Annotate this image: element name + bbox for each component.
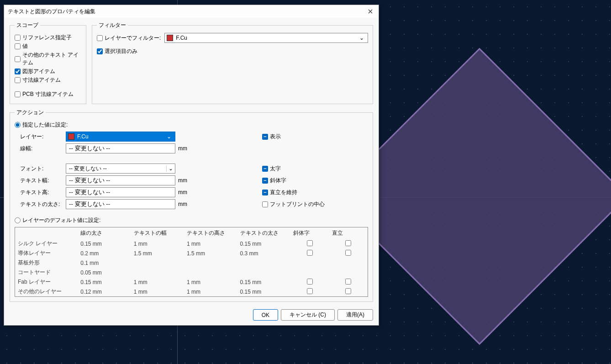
scope-legend: スコープ bbox=[15, 21, 40, 29]
visible-tristate[interactable] bbox=[262, 134, 268, 140]
layer-combo[interactable]: F.Cu ⌄ bbox=[66, 132, 175, 142]
visible-label[interactable]: 表示 bbox=[270, 133, 281, 141]
italic-label[interactable]: 斜体字 bbox=[270, 177, 286, 185]
table-cell: その他のレイヤー bbox=[15, 287, 78, 297]
layer-filter-checkbox[interactable] bbox=[97, 35, 103, 41]
table-row: Fab レイヤー0.15 mm1 mm1 mm0.15 mm bbox=[15, 277, 368, 287]
linewidth-label: 線幅: bbox=[20, 145, 66, 153]
table-cell: 0.12 mm bbox=[78, 287, 131, 297]
set-defaults-label[interactable]: レイヤーのデフォルト値に設定: bbox=[22, 216, 100, 224]
table-cell bbox=[329, 258, 368, 268]
bold-tristate[interactable] bbox=[262, 166, 268, 172]
chevron-down-icon: ⌄ bbox=[358, 35, 366, 41]
scope-item-label[interactable]: その他のテキスト アイテム bbox=[22, 51, 81, 67]
layer-filter-combo[interactable]: F.Cu ⌄ bbox=[164, 33, 368, 43]
filter-legend: フィルター bbox=[97, 21, 128, 29]
ok-button[interactable]: OK bbox=[253, 309, 278, 321]
table-cell: 1.5 mm bbox=[131, 248, 184, 258]
table-row: 基板外形0.1 mm bbox=[15, 258, 368, 268]
table-cell: 0.1 mm bbox=[78, 258, 131, 268]
scope-item-label[interactable]: 図形アイテム bbox=[22, 68, 55, 75]
table-checkbox[interactable] bbox=[307, 240, 313, 246]
bold-label[interactable]: 太字 bbox=[270, 165, 281, 173]
upright-tristate[interactable] bbox=[262, 190, 268, 195]
table-cell: 導体レイヤー bbox=[15, 248, 78, 258]
scope-item-label[interactable]: 値 bbox=[22, 42, 28, 50]
table-header: 直立 bbox=[329, 227, 368, 239]
table-cell bbox=[184, 258, 237, 268]
table-row: その他のレイヤー0.12 mm1 mm1 mm0.15 mm bbox=[15, 287, 368, 297]
table-checkbox[interactable] bbox=[307, 250, 313, 256]
table-cell bbox=[290, 239, 329, 248]
linewidth-input[interactable] bbox=[66, 143, 175, 153]
scope-item-label[interactable]: リファレンス指定子 bbox=[22, 34, 72, 42]
table-cell bbox=[329, 268, 368, 277]
set-specified-label[interactable]: 指定した値に設定: bbox=[22, 121, 68, 129]
table-cell: 0.2 mm bbox=[78, 248, 131, 258]
table-checkbox[interactable] bbox=[307, 288, 313, 294]
table-header bbox=[15, 227, 78, 239]
scope-checkbox[interactable] bbox=[15, 77, 21, 83]
center-fp-checkbox[interactable] bbox=[262, 201, 268, 207]
scope-fieldset: スコープ リファレンス指定子値その他のテキスト アイテム図形アイテム寸法線アイテ… bbox=[10, 21, 86, 104]
table-checkbox[interactable] bbox=[345, 240, 351, 246]
table-cell: シルク レイヤー bbox=[15, 239, 78, 248]
table-cell: 1 mm bbox=[184, 239, 237, 248]
selection-only-checkbox[interactable] bbox=[97, 48, 103, 54]
table-cell bbox=[329, 277, 368, 287]
scope-checkbox[interactable] bbox=[15, 56, 21, 62]
table-cell: 0.3 mm bbox=[237, 248, 290, 258]
table-cell: 1.5 mm bbox=[184, 248, 237, 258]
scope-item-label[interactable]: 寸法線アイテム bbox=[22, 76, 61, 84]
table-header: テキストの高さ bbox=[184, 227, 237, 239]
set-specified-radio[interactable] bbox=[15, 122, 21, 128]
table-cell bbox=[237, 268, 290, 277]
table-cell bbox=[131, 258, 184, 268]
table-checkbox[interactable] bbox=[345, 279, 351, 285]
table-row: シルク レイヤー0.15 mm1 mm1 mm0.15 mm bbox=[15, 239, 368, 248]
scope-checkbox[interactable] bbox=[15, 91, 21, 97]
font-combo[interactable]: -- 変更しない -- ⌄ bbox=[66, 164, 175, 174]
table-cell: 1 mm bbox=[131, 277, 184, 287]
scope-checkbox[interactable] bbox=[15, 69, 21, 74]
table-cell bbox=[290, 277, 329, 287]
table-checkbox[interactable] bbox=[345, 250, 351, 256]
table-checkbox[interactable] bbox=[345, 288, 351, 294]
apply-button[interactable]: 適用(A) bbox=[337, 309, 373, 321]
table-cell: 0.15 mm bbox=[237, 287, 290, 297]
table-cell bbox=[184, 268, 237, 277]
textwidth-input[interactable] bbox=[66, 175, 175, 185]
properties-dialog: テキストと図形のプロパティを編集 スコープ リファレンス指定子値その他のテキスト… bbox=[4, 5, 379, 326]
actions-fieldset: アクション 指定した値に設定: レイヤー: F.Cu ⌄ 表示 線幅: mm bbox=[10, 109, 373, 302]
dialog-titlebar[interactable]: テキストと図形のプロパティを編集 bbox=[4, 5, 379, 18]
cancel-button[interactable]: キャンセル (C) bbox=[281, 309, 335, 321]
close-button[interactable] bbox=[365, 7, 376, 16]
unit-mm: mm bbox=[175, 201, 189, 207]
layer-swatch-icon bbox=[167, 35, 173, 41]
italic-tristate[interactable] bbox=[262, 178, 268, 184]
table-header: テキストの太さ bbox=[237, 227, 290, 239]
upright-label[interactable]: 直立を維持 bbox=[270, 189, 297, 196]
set-defaults-radio[interactable] bbox=[15, 217, 21, 223]
table-cell bbox=[290, 258, 329, 268]
textheight-label: テキスト高: bbox=[20, 189, 66, 196]
layer-filter-value: F.Cu bbox=[176, 35, 358, 41]
table-row: 導体レイヤー0.2 mm1.5 mm1.5 mm0.3 mm bbox=[15, 248, 368, 258]
filter-fieldset: フィルター レイヤーでフィルター: F.Cu ⌄ 選択項目のみ bbox=[92, 21, 373, 104]
table-cell: 1 mm bbox=[131, 287, 184, 297]
unit-mm: mm bbox=[175, 145, 189, 152]
center-fp-label[interactable]: フットプリントの中心 bbox=[270, 200, 325, 208]
textheight-input[interactable] bbox=[66, 187, 175, 197]
table-cell: 0.15 mm bbox=[237, 277, 290, 287]
table-checkbox[interactable] bbox=[307, 279, 313, 285]
layer-filter-label[interactable]: レイヤーでフィルター: bbox=[105, 34, 161, 42]
textthickness-input[interactable] bbox=[66, 199, 175, 209]
table-header: 斜体字 bbox=[290, 227, 329, 239]
table-cell: 0.15 mm bbox=[237, 239, 290, 248]
scope-checkbox[interactable] bbox=[15, 43, 21, 49]
actions-legend: アクション bbox=[15, 109, 46, 116]
scope-item-label[interactable]: PCB 寸法線アイテム bbox=[22, 90, 74, 98]
table-cell: コートヤード bbox=[15, 268, 78, 277]
scope-checkbox[interactable] bbox=[15, 35, 21, 41]
selection-only-label[interactable]: 選択項目のみ bbox=[105, 47, 137, 55]
